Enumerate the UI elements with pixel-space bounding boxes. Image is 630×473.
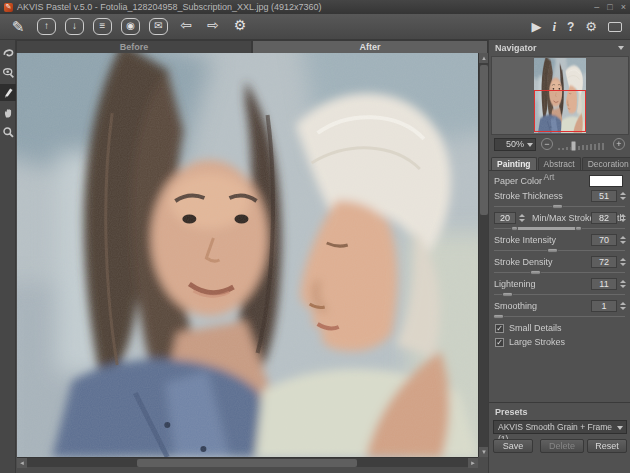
maximize-button[interactable]: □	[607, 2, 612, 12]
zoom-controls: 50% − +	[489, 137, 630, 153]
pastel-painting	[17, 53, 478, 457]
zoom-dropdown-icon	[527, 143, 533, 147]
spin-down-icon[interactable]	[620, 285, 626, 288]
spin-up-icon[interactable]	[620, 192, 626, 195]
vertical-scroll-thumb[interactable]	[480, 65, 488, 215]
preset-delete-button[interactable]: Delete	[540, 439, 584, 453]
paper-color-row: Paper Color	[494, 175, 627, 187]
stroke-thickness-slider[interactable]	[494, 203, 625, 210]
vertical-scrollbar[interactable]: ▲ ▼	[478, 53, 488, 457]
stroke-intensity-slider[interactable]	[494, 247, 625, 254]
undo-icon[interactable]: ⇦	[177, 18, 195, 35]
spin-down-icon[interactable]	[519, 219, 525, 222]
navigator-view-rectangle[interactable]	[534, 90, 586, 132]
scroll-right-icon[interactable]: ►	[468, 458, 478, 468]
spin-down-icon[interactable]	[620, 263, 626, 266]
stroke-length-max-spinner[interactable]	[619, 212, 627, 224]
spin-up-icon[interactable]	[620, 236, 626, 239]
stroke-length-min-value[interactable]: 20	[494, 212, 516, 224]
info-icon[interactable]: i	[552, 19, 556, 35]
spin-up-icon[interactable]	[620, 302, 626, 305]
minimize-button[interactable]: –	[594, 2, 599, 12]
tab-before[interactable]: Before	[16, 40, 252, 53]
hand-tool-icon[interactable]	[0, 104, 16, 121]
save-image-icon[interactable]: ↓	[65, 18, 84, 35]
navigator-header[interactable]: Navigator	[489, 40, 630, 56]
parameter-tabs: Painting Abstract Art Decoration	[491, 157, 630, 170]
smudge-tool-icon[interactable]	[0, 64, 16, 81]
brush-tool-icon[interactable]	[0, 44, 16, 61]
tab-painting[interactable]: Painting	[491, 157, 537, 170]
stroke-density-value[interactable]: 72	[591, 256, 617, 268]
horizontal-scroll-thumb[interactable]	[137, 459, 357, 467]
pastel-logo-icon: ✎	[8, 17, 28, 37]
lightening-slider[interactable]	[494, 291, 625, 298]
settings-panel: Navigator 50% −	[488, 40, 630, 473]
zoom-in-button[interactable]: +	[613, 138, 625, 150]
spin-up-icon[interactable]	[620, 280, 626, 283]
stroke-direction-tool-icon[interactable]	[0, 84, 16, 101]
preset-select[interactable]: AKVIS Smooth Grain + Frame (1)	[493, 420, 627, 434]
stroke-thickness-spinner[interactable]	[619, 190, 627, 202]
small-details-checkbox[interactable]: ✓	[495, 324, 504, 333]
open-image-icon[interactable]: ↑	[37, 18, 56, 35]
spin-up-icon[interactable]	[519, 214, 525, 217]
stroke-length-row: 20 Min/Max Stroke Length 82	[494, 212, 627, 224]
spin-up-icon[interactable]	[620, 214, 626, 217]
spin-down-icon[interactable]	[620, 307, 626, 310]
scroll-left-icon[interactable]: ◄	[17, 458, 27, 468]
after-image-canvas[interactable]	[17, 53, 478, 457]
lightening-spinner[interactable]	[619, 278, 627, 290]
paper-color-label: Paper Color	[494, 176, 542, 186]
stroke-intensity-value[interactable]: 70	[591, 234, 617, 246]
view-tabs: Before After	[16, 40, 488, 53]
stroke-thickness-value[interactable]: 51	[591, 190, 617, 202]
stroke-length-min-spinner[interactable]	[518, 212, 526, 224]
zoom-tool-icon[interactable]	[0, 124, 16, 141]
stroke-length-max-value[interactable]: 82	[591, 212, 617, 224]
navigator-thumbnail[interactable]	[534, 58, 586, 133]
spin-down-icon[interactable]	[620, 241, 626, 244]
tab-after[interactable]: After	[252, 40, 488, 53]
spin-down-icon[interactable]	[620, 197, 626, 200]
spin-down-icon[interactable]	[620, 219, 626, 222]
main-toolbar: ✎ ↑ ↓ ≡ ◉ ✉ ⇦ ⇨ ⚙ ▶ i ? ⚙	[0, 14, 630, 40]
stroke-thickness-label: Stroke Thickness	[494, 191, 563, 201]
print-icon[interactable]: ≡	[93, 18, 112, 35]
presets-title: Presets	[495, 407, 528, 417]
share-icon[interactable]: ✉	[149, 18, 168, 35]
redo-icon[interactable]: ⇨	[204, 18, 222, 35]
spin-up-icon[interactable]	[620, 258, 626, 261]
batch-icon[interactable]: ⚙	[231, 18, 249, 35]
zoom-out-button[interactable]: −	[541, 138, 553, 150]
stroke-intensity-spinner[interactable]	[619, 234, 627, 246]
stroke-density-label: Stroke Density	[494, 257, 553, 267]
window-title: AKVIS Pastel v.5.0 - Fotolia_128204958_S…	[17, 2, 322, 12]
smoothing-value[interactable]: 1	[591, 300, 617, 312]
run-icon[interactable]: ▶	[531, 19, 541, 34]
close-button[interactable]: ×	[621, 2, 626, 12]
paper-color-swatch[interactable]	[589, 175, 623, 187]
zoom-slider[interactable]	[557, 138, 607, 151]
smoothing-spinner[interactable]	[619, 300, 627, 312]
preferences-icon[interactable]: ⚙	[585, 19, 597, 34]
feedback-icon[interactable]	[608, 22, 622, 32]
stroke-length-slider[interactable]	[494, 225, 625, 232]
zoom-level-select[interactable]: 50%	[494, 138, 536, 151]
publish-icon[interactable]: ◉	[121, 18, 140, 35]
navigator-collapse-icon[interactable]	[618, 46, 624, 50]
large-strokes-label: Large Strokes	[509, 337, 565, 348]
help-icon[interactable]: ?	[567, 20, 574, 34]
large-strokes-checkbox[interactable]: ✓	[495, 338, 504, 347]
title-bar: ✎ AKVIS Pastel v.5.0 - Fotolia_128204958…	[0, 0, 630, 14]
horizontal-scrollbar[interactable]: ◄ ►	[17, 457, 478, 467]
preset-reset-button[interactable]: Reset	[587, 439, 627, 453]
smoothing-slider[interactable]	[494, 313, 625, 320]
preset-save-button[interactable]: Save	[493, 439, 533, 453]
tab-decoration[interactable]: Decoration	[582, 157, 630, 170]
stroke-density-slider[interactable]	[494, 269, 625, 276]
stroke-density-spinner[interactable]	[619, 256, 627, 268]
small-details-row: ✓ Small Details	[495, 323, 562, 334]
tab-abstract-art[interactable]: Abstract Art	[538, 157, 581, 170]
lightening-value[interactable]: 11	[591, 278, 617, 290]
